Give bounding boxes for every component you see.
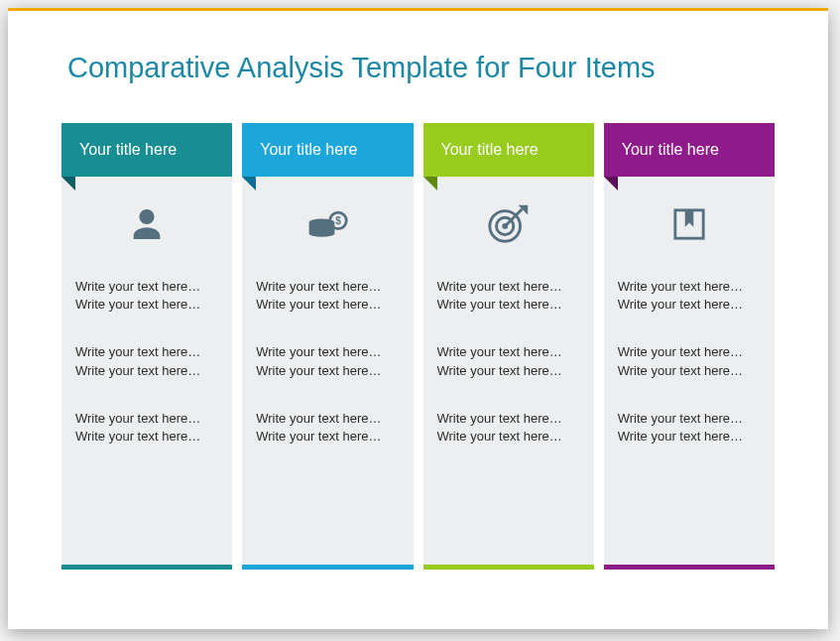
body-text: Write your text here… (437, 410, 580, 428)
column-2: Your title here Write your text here… Wr… (423, 123, 594, 570)
column-1-header: Your title here (242, 123, 413, 177)
page-title: Comparative Analysis Template for Four I… (67, 52, 656, 84)
text-group: Write your text here… Write your text he… (75, 410, 218, 446)
body-text: Write your text here… (256, 296, 399, 314)
column-0-title: Your title here (79, 141, 177, 158)
body-text: Write your text here… (256, 362, 399, 380)
column-2-header: Your title here (423, 123, 594, 177)
person-icon (61, 177, 232, 272)
bookmark-icon (604, 177, 775, 272)
body-text: Write your text here… (256, 428, 399, 446)
column-1: Your title here $ Write your (242, 123, 413, 570)
body-text: Write your text here… (437, 428, 580, 446)
column-footer-bar (242, 565, 413, 570)
body-text: Write your text here… (256, 278, 399, 296)
text-group: Write your text here… Write your text he… (256, 343, 399, 379)
columns-container: Your title here Write your text here… Wr… (61, 123, 775, 570)
body-text: Write your text here… (437, 343, 580, 361)
coins-icon: $ (242, 177, 413, 272)
column-0-header: Your title here (61, 123, 232, 177)
body-text: Write your text here… (437, 362, 580, 380)
body-text: Write your text here… (256, 343, 399, 361)
column-1-body: Write your text here… Write your text he… (242, 272, 413, 565)
notch-decoration (423, 177, 437, 191)
body-text: Write your text here… (75, 343, 218, 361)
slide: Comparative Analysis Template for Four I… (8, 8, 828, 629)
text-group: Write your text here… Write your text he… (256, 410, 399, 446)
body-text: Write your text here… (618, 428, 761, 446)
body-text: Write your text here… (75, 296, 218, 314)
body-text: Write your text here… (618, 410, 761, 428)
column-footer-bar (423, 565, 594, 570)
text-group: Write your text here… Write your text he… (618, 410, 761, 446)
column-footer-bar (604, 565, 775, 570)
text-group: Write your text here… Write your text he… (618, 278, 761, 314)
target-icon (423, 177, 594, 272)
text-group: Write your text here… Write your text he… (437, 278, 580, 314)
column-3-header: Your title here (604, 123, 775, 177)
text-group: Write your text here… Write your text he… (618, 343, 761, 379)
body-text: Write your text here… (618, 278, 761, 296)
body-text: Write your text here… (618, 296, 761, 314)
body-text: Write your text here… (618, 362, 761, 380)
top-accent-bar (8, 8, 828, 11)
column-3: Your title here Write your text here… Wr… (604, 123, 775, 570)
text-group: Write your text here… Write your text he… (256, 278, 399, 314)
body-text: Write your text here… (256, 410, 399, 428)
column-3-body: Write your text here… Write your text he… (604, 272, 775, 565)
body-text: Write your text here… (618, 343, 761, 361)
text-group: Write your text here… Write your text he… (75, 278, 218, 314)
text-group: Write your text here… Write your text he… (437, 343, 580, 379)
notch-decoration (242, 177, 256, 191)
body-text: Write your text here… (437, 278, 580, 296)
notch-decoration (61, 177, 75, 191)
column-0-body: Write your text here… Write your text he… (61, 272, 232, 565)
body-text: Write your text here… (437, 296, 580, 314)
column-2-title: Your title here (441, 141, 539, 158)
body-text: Write your text here… (75, 428, 218, 446)
column-2-body: Write your text here… Write your text he… (423, 272, 594, 565)
text-group: Write your text here… Write your text he… (437, 410, 580, 446)
body-text: Write your text here… (75, 362, 218, 380)
column-1-title: Your title here (260, 141, 357, 158)
body-text: Write your text here… (75, 278, 218, 296)
column-footer-bar (61, 565, 232, 570)
body-text: Write your text here… (75, 410, 218, 428)
notch-decoration (604, 177, 618, 191)
column-0: Your title here Write your text here… Wr… (61, 123, 232, 570)
column-3-title: Your title here (622, 141, 719, 158)
text-group: Write your text here… Write your text he… (75, 343, 218, 379)
svg-text:$: $ (336, 215, 342, 226)
